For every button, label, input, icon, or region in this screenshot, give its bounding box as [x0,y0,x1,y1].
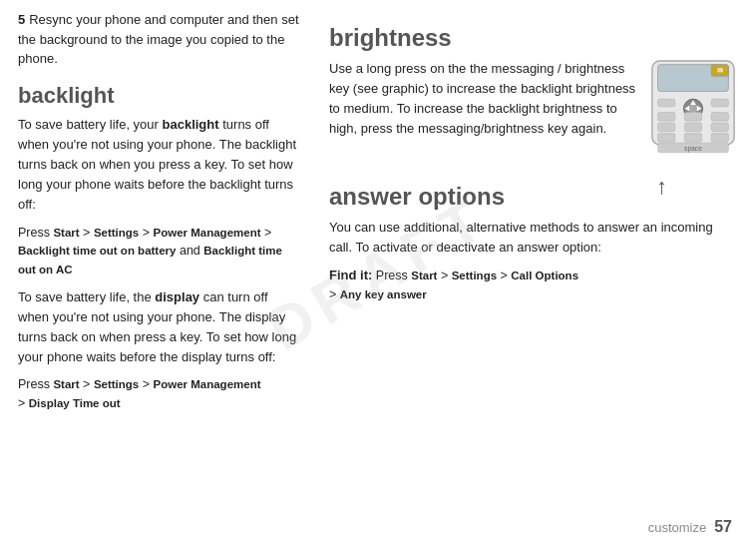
svg-rect-14 [711,112,728,121]
press-backlight-line: Press Start > Settings > Power Managemen… [18,224,301,279]
svg-rect-20 [711,133,728,142]
arrow-indicator: ↑ [648,174,738,200]
brightness-heading: brightness [329,24,738,53]
svg-rect-17 [711,123,728,132]
findit-prefix: Press [372,269,411,282]
svg-rect-19 [684,133,701,142]
findit-sep1: > [437,269,451,282]
press2-sep2: > [139,377,153,391]
step-number: 5 [18,10,25,30]
up-arrow-icon: ↑ [656,174,667,200]
display-intro-block: To save battery life, the display can tu… [18,287,301,368]
answer-options-text: You can use additional, alternative meth… [329,218,738,258]
brightness-text-block: Use a long press on the the messaging / … [329,59,638,140]
svg-rect-13 [684,112,701,121]
svg-text:✉: ✉ [717,67,723,74]
press2-pm: Power Management [154,378,261,390]
display-bold-word: display [155,289,199,304]
backlight-heading: backlight [18,83,301,109]
findit-sep2: > [497,269,511,282]
press1-start: Start [53,227,79,239]
press1-sep1: > [80,226,94,240]
display-intro-prefix: To save battery life, the [18,289,155,304]
backlight-bold-word: backlight [163,117,219,132]
customize-label: customize [648,520,707,535]
press2-prefix: Press [18,377,53,391]
svg-rect-8 [658,99,675,107]
left-column: 5 Resync your phone and computer and the… [0,10,319,536]
page-number: 57 [714,518,732,536]
svg-point-3 [688,104,698,114]
findit-line: Find it: Press Start > Settings > Call O… [329,266,738,304]
findit-label: Find it: [329,268,372,282]
step-5-block: 5 Resync your phone and computer and the… [18,10,301,69]
press1-pm: Power Management [154,227,261,239]
press2-settings: Settings [94,378,139,390]
press2-sep1: > [80,377,94,391]
press1-prefix: Press [18,226,53,240]
press1-and: and [176,244,203,258]
press2-sep3: > [18,396,29,410]
press1-sep2: > [139,226,153,240]
backlight-intro-block: To save battery life, your backlight tur… [18,115,301,216]
svg-rect-12 [658,112,675,121]
backlight-intro-prefix: To save battery life, your [18,117,163,132]
svg-text:space: space [684,145,702,153]
phone-graphic: ✉ space [648,59,738,169]
press1-sep3: > [261,226,272,240]
press1-settings: Settings [94,227,139,239]
press-display-line: Press Start > Settings > Power Managemen… [18,375,301,413]
svg-rect-18 [658,133,675,142]
svg-rect-16 [684,123,701,132]
findit-calloptions: Call Options [511,270,578,281]
findit-start: Start [411,270,437,281]
page-footer: customize 57 [648,518,732,536]
press2-display: Display Time out [29,397,121,409]
findit-settings: Settings [452,270,497,281]
brightness-section-top: Use a long press on the the messaging / … [329,59,738,169]
findit-sep4: > [329,287,340,301]
right-column: brightness Use a long press on the the m… [319,10,756,536]
svg-rect-9 [711,99,728,107]
findit-anykey: Any key answer [340,288,427,300]
press1-backlight: Backlight time out on battery [18,245,176,257]
page-container: 5 Resync your phone and computer and the… [0,0,756,546]
svg-rect-15 [658,123,675,132]
press2-start: Start [53,378,79,390]
step-text: Resync your phone and computer and then … [18,12,299,66]
